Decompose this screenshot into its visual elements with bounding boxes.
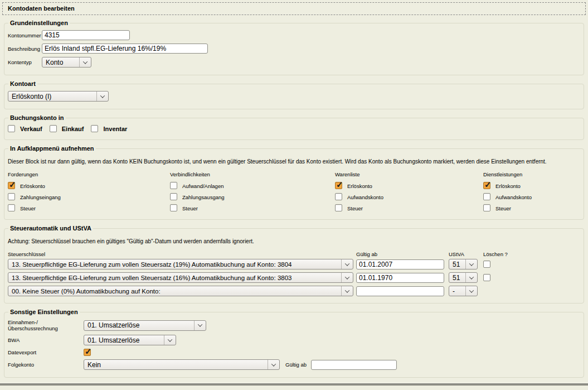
list-item: Erlöskonto (8, 182, 170, 189)
column-warenliste-header: Warenliste (335, 171, 483, 177)
verbindlichkeiten-aufwand-checkbox[interactable] (170, 182, 177, 189)
list-item: Erlöskonto (335, 182, 483, 189)
eur-label: Einnahmen-/Überschussrechnung (8, 319, 84, 331)
kontoart-select-value: Erlöskonto (I) (8, 92, 96, 101)
section-kontoart-legend: Kontoart (8, 80, 37, 87)
dienstleistungen-erloeskonto-checkbox[interactable] (483, 182, 490, 189)
dienstleistungen-aufwandskonto-checkbox[interactable] (483, 193, 490, 200)
gueltig-ab-input-3[interactable] (356, 286, 444, 296)
ustva-select-1[interactable]: 51 (449, 259, 478, 269)
steuerschluessel-select-1[interactable]: 13. Steuerpflichtige EG-Lieferung zum vo… (8, 259, 353, 269)
list-item: Steuer (170, 204, 335, 211)
list-item: Steuer (335, 204, 483, 211)
aufklappmenu-note: Dieser Block ist nur dann gültig, wenn d… (8, 158, 580, 165)
section-aufklappmenu-legend: In Aufklappmenü aufnehmen (8, 145, 96, 152)
datevexport-checkbox[interactable] (84, 349, 91, 356)
column-verbindlichkeiten-header: Verbindlichkeiten (170, 171, 335, 177)
steuerschluessel-select-3[interactable]: 00. Keine Steuer (0%) Automatikbuchung a… (8, 286, 353, 296)
list-item: Aufwand/Anlagen (170, 182, 335, 189)
einkauf-label: Einkauf (62, 126, 84, 132)
column-dienstleistungen: Dienstleistungen Erlöskonto Aufwandskont… (483, 171, 580, 215)
folgekonto-label: Folgekonto (8, 362, 84, 368)
beschreibung-input[interactable] (42, 44, 208, 54)
einkauf-checkbox[interactable] (50, 125, 57, 132)
inventar-checkbox[interactable] (91, 125, 98, 132)
kontonummer-input[interactable] (42, 30, 130, 40)
section-buchungskonto-legend: Buchungskonto in (8, 114, 66, 121)
warenliste-erloeskonto-checkbox[interactable] (335, 182, 342, 189)
forderungen-zahlungseingang-label: Zahlungseingang (20, 193, 61, 200)
verbindlichkeiten-steuer-checkbox[interactable] (170, 204, 177, 211)
column-dienstleistungen-header: Dienstleistungen (483, 171, 580, 177)
verbindlichkeiten-zahlungsausgang-checkbox[interactable] (170, 193, 177, 200)
loeschen-checkbox-1[interactable] (483, 261, 490, 268)
ustva-select-2-value: 51 (449, 273, 465, 282)
chevron-down-icon (194, 321, 206, 330)
steuerschluessel-select-1-value: 13. Steuerpflichtige EG-Lieferung zum vo… (8, 259, 341, 269)
section-sonstige-legend: Sonstige Einstellungen (8, 309, 80, 315)
row-bwa: BWA 01. Umsatzerlöse (8, 335, 580, 345)
checkbox-row-einkauf: Einkauf (50, 125, 84, 132)
list-item: Steuer (483, 204, 580, 211)
verkauf-checkbox[interactable] (8, 125, 15, 132)
warenliste-erloeskonto-label: Erlöskonto (347, 182, 372, 189)
loeschen-checkbox-2[interactable] (483, 274, 490, 281)
warenliste-aufwandskonto-checkbox[interactable] (335, 193, 342, 200)
header-loeschen: Löschen ? (483, 251, 508, 257)
list-item: Zahlungsausgang (170, 193, 335, 200)
section-steuerautomatik-legend: Steuerautomatik und UStVA (8, 225, 93, 232)
bwa-select-value: 01. Umsatzerlöse (84, 335, 164, 345)
folgekonto-gueltig-ab-label: Gültig ab (285, 362, 307, 368)
forderungen-erloeskonto-checkbox[interactable] (8, 182, 15, 189)
chevron-down-icon (341, 273, 353, 282)
steuerschluessel-select-3-value: 00. Keine Steuer (0%) Automatikbuchung a… (8, 286, 341, 296)
folgekonto-gueltig-ab-input[interactable] (311, 360, 397, 370)
dienstleistungen-aufwandskonto-label: Aufwandskonto (495, 193, 532, 200)
bwa-select[interactable]: 01. Umsatzerlöse (84, 335, 176, 345)
section-grundeinstellungen-legend: Grundeinstellungen (8, 20, 70, 26)
kontoart-select[interactable]: Erlöskonto (I) (8, 91, 109, 102)
steuerschluessel-select-2-value: 13. Steuerpflichtige EG-Lieferung zum vo… (8, 273, 341, 282)
ustva-select-3[interactable]: - (449, 286, 478, 296)
forderungen-zahlungseingang-checkbox[interactable] (8, 193, 15, 200)
folgekonto-select-value: Kein (84, 360, 268, 369)
dienstleistungen-steuer-checkbox[interactable] (483, 204, 490, 211)
page-title: Kontodaten bearbeiten (2, 2, 586, 15)
section-steuerautomatik: Steuerautomatik und UStVA Achtung: Steue… (4, 225, 584, 304)
section-aufklappmenu: In Aufklappmenü aufnehmen Dieser Block i… (4, 145, 584, 220)
forderungen-erloeskonto-label: Erlöskonto (20, 182, 45, 189)
verbindlichkeiten-steuer-label: Steuer (182, 204, 198, 211)
table-row: 00. Keine Steuer (0%) Automatikbuchung a… (8, 286, 580, 296)
chevron-down-icon (341, 286, 353, 296)
eur-select[interactable]: 01. Umsatzerlöse (84, 320, 206, 331)
warenliste-steuer-label: Steuer (347, 204, 363, 211)
aufklappmenu-columns: Forderungen Erlöskonto Zahlungseingang S… (8, 171, 580, 215)
row-eur: Einnahmen-/Überschussrechnung 01. Umsatz… (8, 319, 580, 331)
list-item: Erlöskonto (483, 182, 580, 189)
checkbox-row-inventar: Inventar (91, 125, 127, 132)
gueltig-ab-input-1[interactable] (356, 259, 444, 269)
steuerschluessel-select-2[interactable]: 13. Steuerpflichtige EG-Lieferung zum vo… (8, 272, 353, 283)
checkbox-row-verkauf: Verkauf (8, 125, 42, 132)
chevron-down-icon (96, 92, 108, 101)
header-ustva: UStVA (449, 251, 483, 257)
list-item: Aufwandskonto (483, 193, 580, 200)
table-row: 13. Steuerpflichtige EG-Lieferung zum vo… (8, 259, 580, 269)
row-folgekonto: Folgekonto Kein Gültig ab (8, 359, 580, 370)
datevexport-label: Datevexport (8, 349, 84, 355)
verbindlichkeiten-zahlungsausgang-label: Zahlungsausgang (182, 193, 225, 200)
warenliste-steuer-checkbox[interactable] (335, 204, 342, 211)
kontentyp-label: Kontentyp (8, 59, 42, 65)
column-forderungen: Forderungen Erlöskonto Zahlungseingang S… (8, 171, 170, 215)
bwa-label: BWA (8, 337, 84, 343)
bottom-separator-bar (0, 383, 588, 386)
chevron-down-icon (465, 259, 477, 269)
gueltig-ab-input-2[interactable] (356, 273, 444, 283)
folgekonto-select[interactable]: Kein (84, 359, 280, 370)
column-forderungen-header: Forderungen (8, 171, 170, 177)
chevron-down-icon (465, 273, 477, 282)
forderungen-steuer-checkbox[interactable] (8, 204, 15, 211)
kontentyp-select[interactable]: Konto (42, 57, 91, 68)
verkauf-label: Verkauf (20, 126, 42, 132)
ustva-select-2[interactable]: 51 (449, 272, 478, 283)
